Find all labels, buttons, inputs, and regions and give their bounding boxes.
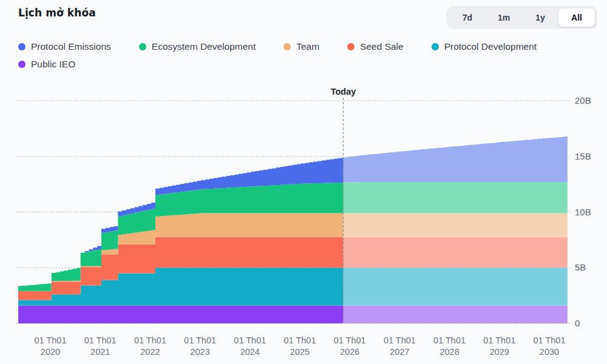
unlock-schedule-widget: Lịch mở khóa 7d 1m 1y All Protocol Emiss… <box>0 0 607 364</box>
x-axis-label: 01 Th01 <box>284 335 316 345</box>
unlock-schedule-chart[interactable]: Today05B10B15B20B01 Th01202001 Th0120210… <box>0 0 607 364</box>
x-axis-label-year: 2022 <box>140 347 160 357</box>
x-axis-label: 01 Th01 <box>334 335 366 345</box>
x-axis-label: 01 Th01 <box>35 335 67 345</box>
x-axis-label-year: 2020 <box>41 347 60 357</box>
y-axis-label: 10B <box>575 207 591 217</box>
y-axis-label: 0 <box>575 318 580 328</box>
x-axis-label: 01 Th01 <box>534 335 566 345</box>
x-axis-label-year: 2021 <box>90 347 110 357</box>
x-axis-label: 01 Th01 <box>184 335 216 345</box>
x-axis-label: 01 Th01 <box>84 335 117 345</box>
y-axis-label: 15B <box>575 151 591 161</box>
today-label: Today <box>331 87 356 96</box>
x-axis-label-year: 2024 <box>240 347 260 357</box>
x-axis-label: 01 Th01 <box>483 335 515 345</box>
future-fade-overlay <box>344 104 568 323</box>
y-axis-label: 20B <box>575 95 591 106</box>
x-axis-label: 01 Th01 <box>234 335 266 345</box>
x-axis-label-year: 2025 <box>290 347 310 357</box>
x-axis-label-year: 2030 <box>540 347 559 357</box>
x-axis-label-year: 2026 <box>340 347 359 357</box>
x-axis-label: 01 Th01 <box>134 335 166 345</box>
x-axis-label: 01 Th01 <box>433 335 466 345</box>
x-axis-label-year: 2027 <box>390 347 409 357</box>
x-axis-label-year: 2029 <box>490 347 509 357</box>
x-axis-label: 01 Th01 <box>384 335 416 345</box>
x-axis-label-year: 2023 <box>190 347 209 357</box>
y-axis-label: 5B <box>575 262 586 272</box>
x-axis-label-year: 2028 <box>439 347 459 357</box>
